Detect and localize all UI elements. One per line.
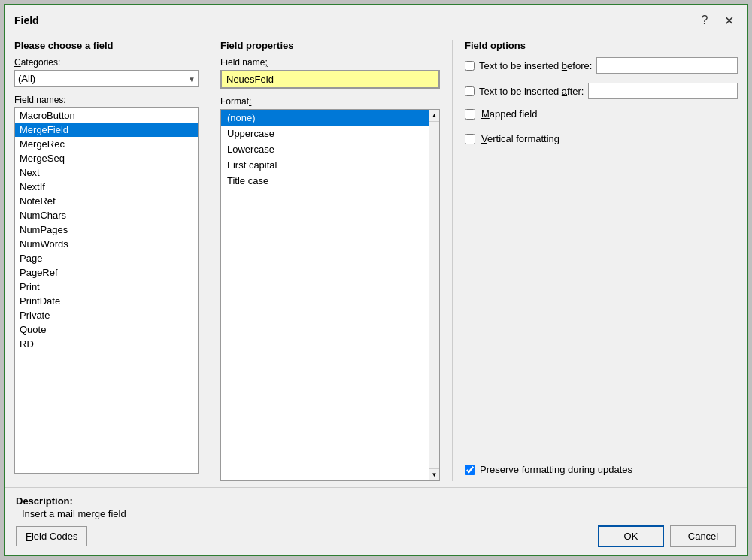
right-panel: Field options Text to be inserted before…: [453, 40, 738, 481]
description-area: Description: Insert a mail merge field: [16, 495, 736, 519]
list-item[interactable]: MergeSeq: [15, 151, 198, 165]
list-item[interactable]: NumWords: [15, 237, 198, 251]
format-option-uppercase[interactable]: Uppercase: [221, 126, 439, 141]
list-item[interactable]: Page: [15, 251, 198, 265]
dialog-title: Field: [14, 14, 39, 26]
text-before-input[interactable]: [596, 57, 738, 74]
field-names-label: Field names:: [14, 95, 199, 105]
text-after-input[interactable]: [588, 83, 738, 99]
field-codes-button[interactable]: Field Codes: [16, 526, 87, 546]
categories-select-wrapper: (All) ▼: [14, 70, 199, 87]
preserve-formatting-checkbox[interactable]: [465, 465, 475, 475]
mapped-field-row: Mapped field: [465, 108, 738, 120]
categories-label: Categories:: [14, 57, 199, 68]
format-list[interactable]: (none) Uppercase Lowercase First capital…: [220, 109, 440, 481]
field-names-ul: MacroButton MergeField MergeRec MergeSeq…: [15, 108, 198, 351]
text-after-row: Text to be inserted after:: [465, 83, 738, 99]
list-item[interactable]: Next: [15, 165, 198, 180]
ok-button[interactable]: OK: [598, 525, 664, 547]
mapped-field-checkbox[interactable]: [465, 109, 475, 120]
preserve-formatting-label: Preserve formatting during updates: [480, 464, 632, 475]
list-item-mergefield[interactable]: MergeField: [15, 123, 198, 137]
title-bar-controls: ? ✕: [696, 11, 738, 29]
format-options-ul: (none) Uppercase Lowercase First capital…: [221, 110, 439, 189]
left-section-title: Please choose a field: [14, 40, 199, 51]
list-item[interactable]: NumPages: [15, 222, 198, 237]
format-label: Format:: [220, 96, 440, 107]
description-label: Description:: [16, 495, 736, 507]
scroll-up-icon[interactable]: ▲: [429, 110, 439, 122]
middle-section-title: Field properties: [220, 40, 440, 51]
format-scrollbar: ▲ ▼: [429, 110, 439, 480]
format-option-none[interactable]: (none): [221, 110, 439, 126]
list-item[interactable]: NumChars: [15, 208, 198, 222]
text-before-row: Text to be inserted before:: [465, 57, 738, 74]
list-item[interactable]: PrintDate: [15, 294, 198, 308]
categories-select[interactable]: (All): [14, 70, 199, 87]
dialog-body: Please choose a field Categories: (All) …: [5, 34, 747, 487]
list-item[interactable]: MergeRec: [15, 137, 198, 151]
vertical-formatting-checkbox[interactable]: [465, 134, 475, 144]
list-item[interactable]: Print: [15, 280, 198, 294]
left-panel: Please choose a field Categories: (All) …: [14, 40, 208, 481]
bottom-buttons: Field Codes OK Cancel: [16, 525, 736, 547]
right-section-title: Field options: [465, 40, 738, 51]
format-option-lowercase[interactable]: Lowercase: [221, 141, 439, 157]
list-item[interactable]: RD: [15, 337, 198, 351]
middle-panel: Field properties Field name; Format: (no…: [208, 40, 453, 481]
vertical-formatting-row: Vertical formatting: [465, 133, 738, 144]
list-item[interactable]: MacroButton: [15, 108, 198, 123]
title-bar: Field ? ✕: [5, 5, 747, 34]
field-dialog: Field ? ✕ Please choose a field Categori…: [4, 4, 748, 556]
cancel-button[interactable]: Cancel: [670, 525, 736, 547]
list-item[interactable]: NoteRef: [15, 194, 198, 208]
text-before-label: Text to be inserted before:: [479, 60, 592, 71]
field-name-label: Field name;: [220, 57, 440, 68]
field-names-list[interactable]: MacroButton MergeField MergeRec MergeSeq…: [14, 107, 199, 474]
preserve-row: Preserve formatting during updates: [465, 464, 738, 475]
text-after-checkbox[interactable]: [465, 86, 475, 96]
format-option-title-case[interactable]: Title case: [221, 173, 439, 189]
text-after-label: Text to be inserted after:: [479, 86, 584, 97]
list-item[interactable]: Quote: [15, 322, 198, 337]
vertical-formatting-label: Vertical formatting: [481, 133, 559, 144]
list-item[interactable]: Private: [15, 308, 198, 322]
format-option-first-capital[interactable]: First capital: [221, 157, 439, 173]
dialog-bottom: Description: Insert a mail merge field F…: [5, 487, 747, 555]
list-item[interactable]: PageRef: [15, 265, 198, 280]
field-name-input[interactable]: [220, 70, 440, 89]
help-button[interactable]: ?: [696, 11, 714, 29]
text-before-checkbox[interactable]: [465, 61, 475, 71]
bottom-right-buttons: OK Cancel: [598, 525, 736, 547]
description-text: Insert a mail merge field: [16, 508, 736, 519]
list-item[interactable]: NextIf: [15, 180, 198, 194]
scroll-down-icon[interactable]: ▼: [429, 468, 439, 480]
mapped-field-label: Mapped field: [481, 108, 537, 120]
close-button[interactable]: ✕: [720, 11, 738, 29]
